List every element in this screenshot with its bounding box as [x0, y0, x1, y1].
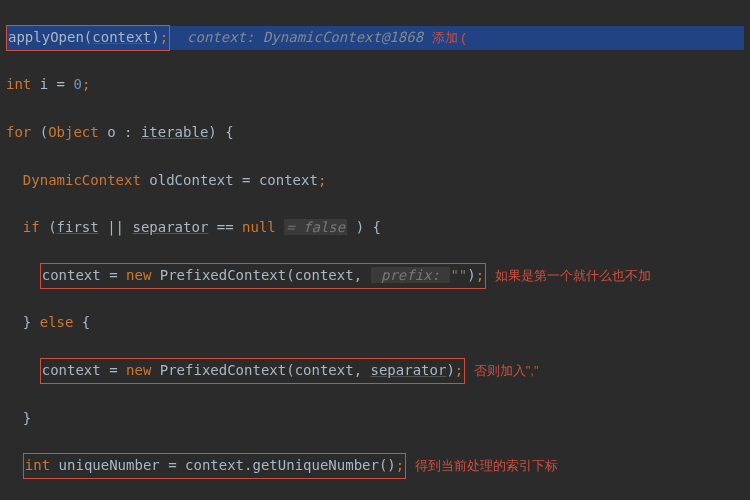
- annotation: 得到当前处理的索引下标: [415, 458, 558, 473]
- arg: context: [92, 29, 151, 45]
- code-line-6[interactable]: context = new PrefixedContext(context, p…: [6, 264, 744, 288]
- param-hint: prefix:: [371, 267, 451, 283]
- code-line-9[interactable]: }: [6, 407, 744, 431]
- code-line-5[interactable]: if (first || separator == null = false )…: [6, 216, 744, 240]
- code-line-7[interactable]: } else {: [6, 311, 744, 335]
- code-line-3[interactable]: for (Object o : iterable) {: [6, 121, 744, 145]
- code-line-10[interactable]: int uniqueNumber = context.getUniqueNumb…: [6, 454, 744, 478]
- inline-debug-hint: context: DynamicContext@1868: [187, 29, 423, 45]
- code-editor[interactable]: applyOpen(context); context: DynamicCont…: [0, 0, 750, 500]
- annotation: 如果是第一个就什么也不加: [495, 268, 651, 283]
- code-line-2[interactable]: int i = 0;: [6, 73, 744, 97]
- inline-hint: = false: [284, 219, 347, 235]
- code-line-1[interactable]: applyOpen(context); context: DynamicCont…: [6, 26, 744, 50]
- annotation: 否则加入",": [474, 363, 539, 378]
- code-line-4[interactable]: DynamicContext oldContext = context;: [6, 169, 744, 193]
- method-call: applyOpen: [8, 29, 84, 45]
- code-line-8[interactable]: context = new PrefixedContext(context, s…: [6, 359, 744, 383]
- annotation: 添加 (: [432, 30, 466, 45]
